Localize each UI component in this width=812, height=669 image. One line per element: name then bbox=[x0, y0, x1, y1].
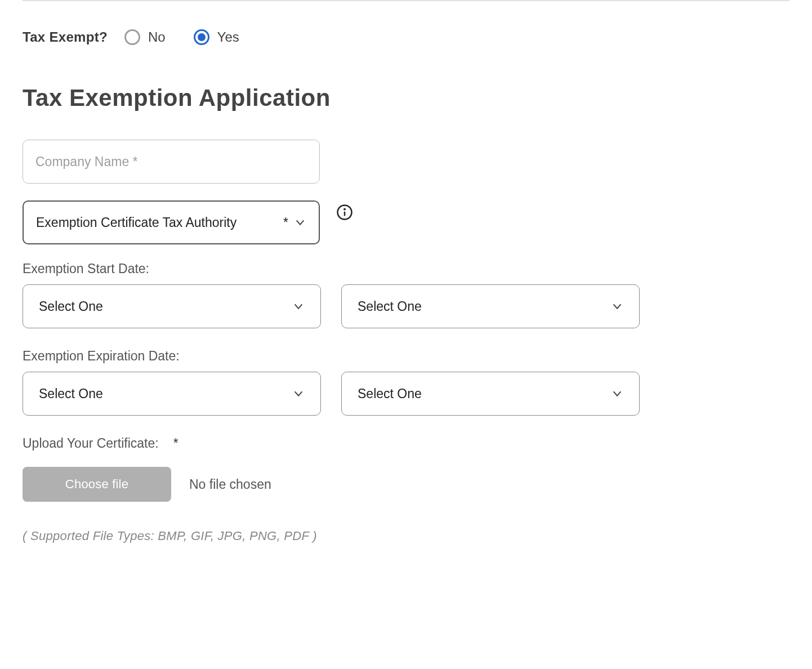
chevron-down-icon bbox=[611, 387, 623, 400]
chevron-down-icon bbox=[292, 300, 305, 313]
expiration-date-select-2-label: Select One bbox=[358, 386, 422, 402]
info-icon[interactable] bbox=[336, 203, 354, 221]
certificate-authority-select-right: * bbox=[279, 215, 306, 230]
radio-circle-yes bbox=[194, 29, 209, 45]
start-date-select-1-label: Select One bbox=[39, 299, 103, 314]
upload-label: Upload Your Certificate: bbox=[23, 436, 159, 451]
certificate-authority-row: Exemption Certificate Tax Authority * bbox=[23, 200, 789, 244]
upload-row: Choose file No file chosen bbox=[23, 467, 789, 502]
start-date-label: Exemption Start Date: bbox=[23, 261, 789, 276]
start-date-select-1[interactable]: Select One bbox=[23, 284, 321, 328]
expiration-date-select-2[interactable]: Select One bbox=[341, 372, 640, 416]
choose-file-button[interactable]: Choose file bbox=[23, 467, 171, 502]
radio-option-yes[interactable]: Yes bbox=[194, 29, 239, 45]
file-status: No file chosen bbox=[189, 477, 271, 492]
chevron-down-icon bbox=[292, 387, 305, 400]
chevron-down-icon bbox=[294, 216, 306, 229]
upload-asterisk: * bbox=[173, 436, 179, 451]
radio-label-yes: Yes bbox=[217, 29, 239, 45]
expiration-date-label: Exemption Expiration Date: bbox=[23, 349, 789, 364]
expiration-date-select-1[interactable]: Select One bbox=[23, 372, 321, 416]
radio-dot bbox=[198, 33, 206, 41]
radio-label-no: No bbox=[148, 29, 166, 45]
expiration-date-select-1-label: Select One bbox=[39, 386, 103, 402]
svg-point-2 bbox=[344, 209, 345, 210]
start-date-select-2-label: Select One bbox=[358, 299, 422, 314]
chevron-down-icon bbox=[611, 300, 623, 313]
tax-exempt-label: Tax Exempt? bbox=[23, 29, 108, 45]
company-name-row bbox=[23, 140, 789, 184]
certificate-authority-select[interactable]: Exemption Certificate Tax Authority * bbox=[23, 200, 320, 244]
certificate-authority-select-label: Exemption Certificate Tax Authority bbox=[36, 215, 237, 230]
tax-exempt-radio-group: No Yes bbox=[124, 29, 239, 45]
tax-exempt-row: Tax Exempt? No Yes bbox=[23, 29, 789, 45]
supported-file-types: ( Supported File Types: BMP, GIF, JPG, P… bbox=[23, 529, 789, 543]
company-name-input[interactable] bbox=[23, 140, 320, 184]
radio-option-no[interactable]: No bbox=[124, 29, 166, 45]
top-divider bbox=[23, 0, 789, 1]
start-date-section: Exemption Start Date: Select One Select … bbox=[23, 261, 789, 328]
expiration-date-section: Exemption Expiration Date: Select One Se… bbox=[23, 349, 789, 416]
certificate-authority-asterisk: * bbox=[283, 215, 288, 230]
upload-label-row: Upload Your Certificate: * bbox=[23, 436, 789, 451]
start-date-select-2[interactable]: Select One bbox=[341, 284, 640, 328]
page-heading: Tax Exemption Application bbox=[23, 84, 789, 112]
radio-circle-no bbox=[124, 29, 140, 45]
